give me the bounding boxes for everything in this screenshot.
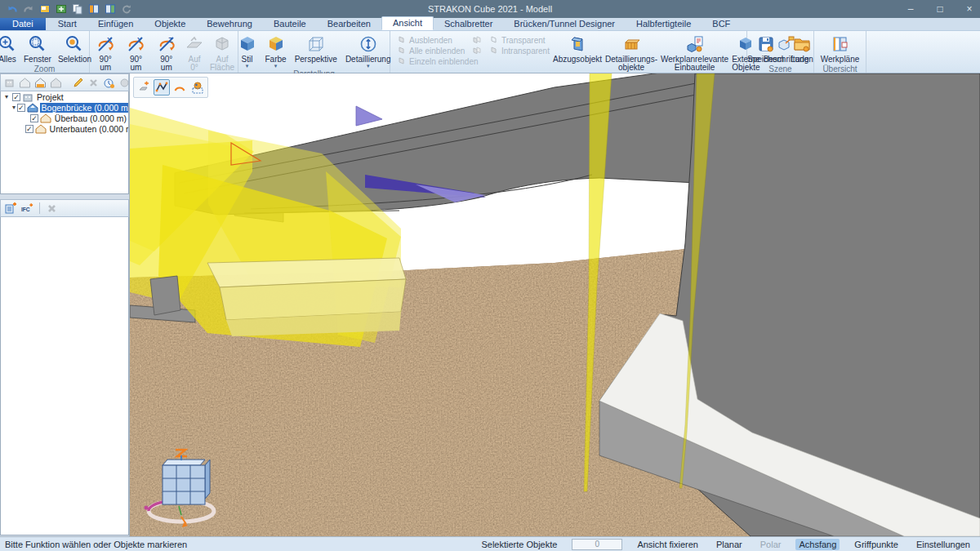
tree-item-projekt[interactable]: ▾ ✓ Projekt [1,91,128,102]
copy-icon[interactable] [72,3,83,15]
tab-objekte[interactable]: Objekte [144,18,196,30]
tree-item-ueberbau[interactable]: ✓ Überbau (0.000 m) [1,113,128,123]
planar-toggle[interactable]: Planar [713,539,746,550]
cube-pair-icon [472,35,482,45]
minimize-button[interactable]: – [905,3,916,15]
transparent-icon [488,35,498,45]
tab-start[interactable]: Start [47,18,87,30]
arc-tool[interactable] [172,79,188,96]
polyline-tool[interactable] [154,79,170,96]
show-variant-icon-button [472,46,482,56]
tab-bauteile[interactable]: Bauteile [263,18,317,30]
maximize-button[interactable]: □ [934,3,946,15]
chevron-down-icon: ▾ [367,64,370,69]
perspektive-button[interactable]: Perspektive [293,33,339,64]
zoom-window-icon [28,33,47,55]
library-icon[interactable] [88,3,100,15]
close-button[interactable]: × [964,3,975,15]
expand-arrow-icon[interactable]: ▾ [2,93,11,100]
tab-halbfertigteile[interactable]: Halbfertigteile [626,18,702,30]
polar-toggle: Polar [757,539,785,550]
werkplanrelevante-einbauteile-button[interactable]: Werkplanrelevante Einbauteile [659,33,730,73]
svg-text:X: X [107,36,112,44]
chevron-down-icon: ▾ [274,64,278,69]
window-title: STRAKON Cube 2021 - Modell [0,4,980,14]
zoom-selection-icon [65,33,84,55]
status-message: Bitte Funktion wählen oder Objekte marki… [0,540,187,549]
tab-einfuegen[interactable]: Einfügen [87,18,144,30]
tree-checkbox[interactable]: ✓ [12,93,20,101]
model-import-toolbar: IFC [0,199,129,217]
detaillierungsobjekte-button[interactable]: Detaillierungs- objekte [604,33,659,73]
house-orange-icon[interactable] [34,76,47,90]
tab-bcf[interactable]: BCF [702,18,741,30]
detaillierung-button[interactable]: Detaillierung ▾ [344,33,393,69]
folder-open-icon [792,33,812,55]
point-snap-tool[interactable] [136,79,152,96]
tab-bewehrung[interactable]: Bewehrung [196,18,263,30]
selected-objects-count[interactable] [572,539,622,550]
einstellungen-button[interactable]: Einstellungen [913,539,973,550]
tree-checkbox[interactable]: ✓ [30,114,38,122]
zoom-fenster-button[interactable]: Fenster [22,33,53,64]
save-icon [756,33,776,55]
style-cube-icon [238,33,257,55]
tree-checkbox[interactable]: ✓ [25,125,33,133]
cube-pair-icon [472,46,482,56]
expand-arrow-icon[interactable]: ▾ [12,104,16,111]
quick-access-toolbar [0,3,132,15]
farbe-button[interactable]: Farbe ▾ [264,33,288,69]
3d-viewport[interactable] [130,73,980,536]
tab-ansicht[interactable]: Ansicht [381,16,434,30]
redo-icon [23,3,34,15]
zoom-alles-button[interactable]: Alles [0,33,19,64]
strakon-window: STRAKON Cube 2021 - Modell – □ × Datei S… [0,0,980,551]
werkplaene-button[interactable]: Werkpläne [819,33,862,64]
structure-tree-toolbar [0,73,129,91]
tab-bruecken-tunnel-designer[interactable]: Brücken/Tunnel Designer [503,18,626,30]
ifc-label: IFC [21,207,30,212]
structure-tree: ▾ ✓ Projekt ▾ ✓ Bogenbrücke (0.000 m) ✓ … [0,91,129,194]
model-icon[interactable] [56,3,67,15]
project-icon [22,92,33,102]
transparent-button: Transparent [488,35,549,45]
stil-button[interactable]: Stil ▾ [236,33,259,69]
ansicht-fixieren-toggle[interactable]: Ansicht fixieren [634,539,702,550]
history-clock-icon[interactable] [103,76,115,90]
house-up-icon [19,76,31,90]
tree-item-unterbauten[interactable]: ✓ Unterbauten (0.000 m) [1,123,128,134]
zoom-selektion-button[interactable]: Selektion [56,33,93,64]
3d-scene[interactable] [130,73,980,536]
house-node-icon [40,113,51,123]
selection-tool[interactable] [189,79,206,96]
subtraction-object-icon [568,33,587,55]
tab-bearbeiten[interactable]: Bearbeiten [317,18,381,30]
gray-block[interactable] [150,276,180,315]
tab-schalbretter[interactable]: Schalbretter [434,18,503,30]
house-node-icon [35,124,47,134]
achsfang-toggle[interactable]: Achsfang [795,539,840,550]
intransparent-button: Intransparent [488,46,549,56]
svg-text:Y: Y [137,36,142,44]
refresh-icon [121,3,132,15]
tab-datei[interactable]: Datei [0,18,46,30]
szene-speichern-button[interactable]: Speichern [746,33,786,64]
show-all-icon [396,46,406,56]
snapshot-icon[interactable] [39,3,51,15]
library2-icon[interactable] [105,3,116,15]
ribbon-tab-bar: Datei Start Einfügen Objekte Bewehrung B… [0,18,980,31]
status-bar: Bitte Funktion wählen oder Objekte marki… [0,536,980,551]
bridge-node-icon [27,103,38,113]
title-bar: STRAKON Cube 2021 - Modell – □ × [0,0,980,18]
add-ifc-icon[interactable]: IFC [20,202,34,216]
abzugsobjekt-button[interactable]: Abzugsobjekt [551,33,604,64]
add-model-icon[interactable] [3,202,17,216]
detail-objects-icon [621,33,641,55]
tree-item-bogenbruecke[interactable]: ▾ ✓ Bogenbrücke (0.000 m) [1,102,128,113]
griffpunkte-toggle[interactable]: Griffpunkte [851,539,902,550]
szene-laden-button[interactable]: Laden [789,33,815,64]
edit-pencil-icon[interactable] [72,76,84,90]
tree-checkbox[interactable]: ✓ [17,104,25,112]
chevron-down-icon: ▾ [246,64,249,69]
undo-icon[interactable] [7,3,18,15]
